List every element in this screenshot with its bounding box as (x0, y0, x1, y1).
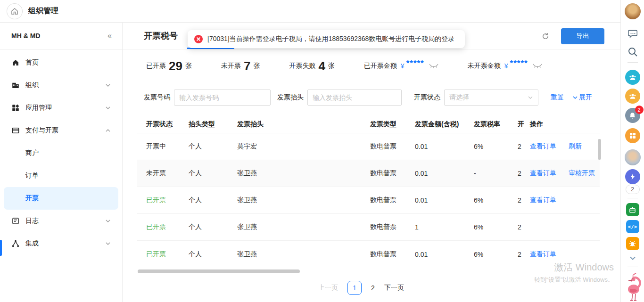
notification-badge: 2 (635, 106, 644, 114)
log-icon (11, 217, 20, 225)
divider (627, 198, 638, 198)
invoice-no-input[interactable] (174, 90, 271, 106)
chevron-down-icon (528, 95, 533, 100)
green-app-icon[interactable] (626, 203, 639, 216)
refresh-link[interactable]: 刷新 (569, 142, 582, 151)
cell-status: 未开票 (146, 169, 189, 178)
divider (627, 267, 638, 267)
counter-pill[interactable]: 2 (626, 185, 640, 194)
table-row: 开票中 个人 莫宇宏 数电普票 0.01 6% 2 查看订单 刷新 (137, 133, 600, 160)
table-row: 已开票 个人 张卫燕 数电普票 1 6% 2 (137, 214, 600, 241)
sidebar-item-merchant[interactable]: 商户 (0, 142, 122, 164)
col-title-type: 抬头类型 (189, 120, 237, 129)
reset-button[interactable]: 重置 (551, 93, 564, 102)
screen: 组织管理 MH & MD « 首页 组织 应用管理 支付 (0, 0, 644, 302)
error-toast: [70031]当前操作需登录电子税局，请使用18853692368数电账号进行电… (188, 30, 465, 48)
contact-avatar[interactable] (625, 149, 641, 165)
sidebar-collapse-button[interactable]: « (107, 32, 111, 40)
sidebar: MH & MD « 首页 组织 应用管理 支付与开票 (0, 23, 123, 302)
col-invoice-type: 发票类型 (370, 120, 415, 129)
code-app-icon[interactable]: </> (626, 220, 639, 233)
export-button[interactable]: 导出 (561, 28, 604, 44)
table-row: 已开票 个人 张卫燕 数电普票 0.01 6% 2 查看订单 (137, 187, 600, 214)
sidebar-item-integration[interactable]: 集成 (0, 232, 122, 255)
col-actions: 操作 (530, 120, 600, 129)
status-label: 开票状态 (414, 93, 440, 102)
page-1-button[interactable]: 1 (347, 281, 362, 295)
building-icon (11, 81, 20, 90)
integration-icon (11, 239, 20, 248)
chevron-down-icon (105, 82, 111, 88)
col-status: 开票状态 (146, 120, 189, 129)
vertical-scrollbar-thumb[interactable] (598, 139, 601, 160)
stat-failed: 开票失败 4 张 (289, 59, 334, 73)
col-invoice-title: 发票抬头 (237, 120, 370, 129)
filter-actions: 重置 展开 (551, 93, 592, 102)
notifications-icon[interactable]: 2 (625, 108, 640, 123)
collapse-rail-chevron-icon[interactable] (629, 254, 636, 262)
app-launcher-icon[interactable] (625, 128, 640, 143)
invoice-title-input[interactable] (307, 90, 402, 106)
page-title: 开票税号 (144, 23, 178, 49)
groups-icon[interactable] (625, 89, 640, 104)
error-icon (194, 35, 203, 43)
sidebar-item-orders[interactable]: 订单 (0, 164, 122, 187)
table-row: 已开票 个人 张卫燕 数电普票 0.01 6% 2 查看订单 (137, 241, 600, 268)
home-icon (11, 58, 20, 67)
stat-value: 7 (244, 59, 250, 73)
search-icon[interactable] (627, 46, 638, 57)
stat-value: 29 (169, 59, 182, 73)
quick-actions-icon[interactable] (625, 169, 640, 184)
view-order-link[interactable]: 查看订单 (530, 196, 556, 204)
table-row: 未开票 个人 张卫燕 数电普票 0.01 - 2 查看订单 审核开票 (137, 160, 600, 187)
sidebar-item-logs[interactable]: 日志 (0, 210, 122, 232)
refresh-icon[interactable] (541, 32, 550, 41)
stat-invoiced: 已开票 29 张 (146, 59, 192, 73)
col-amount: 发票金额(含税) (415, 120, 474, 129)
sidebar-item-invoicing[interactable]: 开票 (4, 187, 118, 210)
view-order-link[interactable]: 查看订单 (530, 169, 556, 178)
review-invoice-link[interactable]: 审核开票 (569, 169, 595, 178)
cell-status: 开票中 (146, 142, 189, 151)
chevron-down-icon (105, 241, 111, 246)
bug-app-icon[interactable] (626, 237, 639, 250)
windows-activation-watermark: 激活 Windows 转到“设置”以激活 Windows。 (534, 261, 614, 284)
stat-invoiced-amount: 已开票金额 ¥ ***** (364, 61, 438, 71)
home-button[interactable] (7, 3, 23, 19)
currency-symbol: ¥ (401, 62, 405, 70)
sidebar-menu: 首页 组织 应用管理 支付与开票 商户 订单 (0, 49, 122, 255)
home-icon (10, 7, 19, 16)
main-content: 开票税号 导出 [70031]当前操作需登录电子税局，请使用1885369236… (123, 23, 620, 302)
cell-status: 已开票 (146, 196, 189, 204)
next-page-button[interactable]: 下一页 (384, 284, 404, 292)
stat-value: 4 (318, 59, 325, 73)
stat-uninvoiced-amount: 未开票金额 ¥ ***** (468, 61, 542, 71)
page-2-button[interactable]: 2 (371, 284, 375, 292)
sidebar-item-payment-invoice[interactable]: 支付与开票 (0, 119, 122, 142)
chat-icon[interactable] (627, 28, 638, 40)
sidebar-item-organization[interactable]: 组织 (0, 74, 122, 97)
user-avatar[interactable] (625, 3, 641, 19)
status-select-placeholder: 请选择 (449, 93, 469, 102)
sidebar-header: MH & MD « (0, 23, 122, 49)
view-order-link[interactable]: 查看订单 (530, 250, 556, 259)
status-select[interactable]: 请选择 (444, 90, 538, 106)
view-order-link[interactable]: 查看订单 (530, 142, 556, 151)
eye-closed-icon[interactable] (533, 63, 542, 69)
col-clipped: 开 (518, 120, 524, 129)
sidebar-item-app-management[interactable]: 应用管理 (0, 97, 122, 119)
horizontal-scrollbar-thumb[interactable] (138, 269, 300, 273)
chevron-up-icon (105, 128, 111, 133)
flamingo-assistant[interactable] (623, 272, 642, 301)
sidebar-item-home[interactable]: 首页 (0, 51, 122, 74)
prev-page-button[interactable]: 上一页 (318, 284, 338, 292)
invoice-table: 开票状态 抬头类型 发票抬头 发票类型 发票金额(含税) 发票税率 开 操作 开… (137, 115, 600, 268)
topbar: 组织管理 (0, 0, 620, 23)
eye-closed-icon[interactable] (429, 63, 438, 69)
currency-symbol: ¥ (504, 62, 508, 70)
expand-button[interactable]: 展开 (572, 93, 592, 102)
invoice-title-label: 发票抬头 (277, 93, 304, 102)
masked-amount: ***** (510, 59, 528, 68)
error-toast-message: [70031]当前操作需登录电子税局，请使用18853692368数电账号进行电… (207, 35, 454, 43)
contacts-icon[interactable] (625, 70, 640, 85)
